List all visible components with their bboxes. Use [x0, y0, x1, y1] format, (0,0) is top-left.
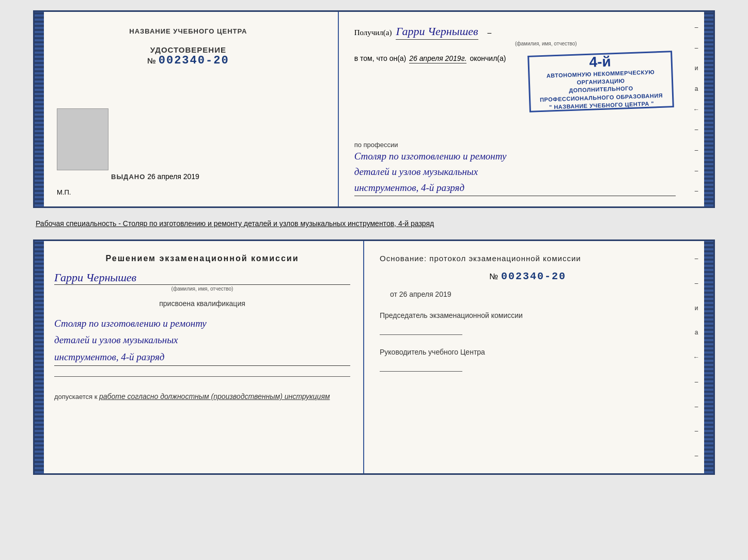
- caption-text: Рабочая специальность - Столяр по изгото…: [36, 218, 712, 229]
- osnov-label: Основание: протокол экзаменационной коми…: [380, 254, 676, 263]
- допускается-value: работе согласно должностным (производств…: [99, 392, 330, 401]
- date-prefix: в том, что он(а): [354, 54, 407, 62]
- person-name-value: Гарри Чернышев: [54, 271, 350, 285]
- qual-line1: Столяр по изготовлению и ремонту: [54, 315, 350, 332]
- number-prefix: №: [489, 272, 498, 281]
- left-spine-decoration: [35, 12, 44, 206]
- top-certificate: НАЗВАНИЕ УЧЕБНОГО ЦЕНТРА УДОСТОВЕРЕНИЕ №…: [33, 10, 715, 208]
- qual-line3: инструментов, 4-й разряд: [54, 349, 350, 365]
- director-label: Руководитель учебного Центра: [380, 348, 676, 356]
- cert-number-prefix: №: [147, 56, 157, 65]
- qual-line2: деталей и узлов музыкальных: [54, 332, 350, 348]
- protocol-date-value: 26 апреля 2019: [399, 290, 451, 298]
- cert-number: 002340-20: [159, 54, 229, 67]
- date-suffix: окончил(а): [470, 54, 506, 62]
- director-block: Руководитель учебного Центра: [380, 348, 676, 372]
- chairman-block: Председатель экзаменационной комиссии: [380, 311, 676, 335]
- right-dashes-column: – – и а ← – – – –: [689, 12, 704, 206]
- recipient-prefix: Получил(а): [354, 28, 392, 37]
- top-certificate-wrapper: НАЗВАНИЕ УЧЕБНОГО ЦЕНТРА УДОСТОВЕРЕНИЕ №…: [33, 10, 715, 208]
- issued-date: 26 апреля 2019: [147, 172, 199, 181]
- cert-title: УДОСТОВЕРЕНИЕ: [147, 45, 229, 54]
- protocol-number-block: № 002340-20: [380, 270, 676, 282]
- bottom-certificate-wrapper: Решением экзаменационной комиссии Гарри …: [33, 239, 715, 475]
- date-value: 26 апреля 2019г.: [409, 54, 466, 63]
- recipient-name: Гарри Чернышев: [396, 25, 478, 40]
- recipient-block: Получил(а) Гарри Чернышев – (фамилия, им…: [354, 25, 676, 46]
- caption-block: Рабочая специальность - Столяр по изгото…: [33, 214, 715, 233]
- protocol-date-block: от 26 апреля 2019: [390, 290, 676, 298]
- dash-separator: –: [488, 28, 492, 37]
- decision-title: Решением экзаменационной комиссии: [54, 254, 350, 263]
- profession-block: по профессии Столяр по изготовлению и ре…: [354, 138, 676, 196]
- bottom-certificate: Решением экзаменационной комиссии Гарри …: [33, 239, 715, 475]
- person-name-block: Гарри Чернышев (фамилия, имя, отчество): [54, 271, 350, 292]
- profession-line2: деталей и узлов музыкальных: [354, 164, 676, 180]
- date-from-prefix: от: [390, 290, 397, 298]
- top-cert-right-page: Получил(а) Гарри Чернышев – (фамилия, им…: [339, 12, 689, 206]
- separator-line: [54, 376, 350, 377]
- issue-date-block: Выдано 26 апреля 2019: [111, 172, 199, 181]
- issued-label: Выдано: [111, 173, 145, 181]
- top-cert-left-page: НАЗВАНИЕ УЧЕБНОГО ЦЕНТРА УДОСТОВЕРЕНИЕ №…: [44, 12, 339, 206]
- profession-line3: инструментов, 4-й разряд: [354, 180, 676, 196]
- profession-text: Столяр по изготовлению и ремонту деталей…: [354, 149, 676, 196]
- profession-label: по профессии: [354, 141, 676, 149]
- stamp-overlay: 4-й АВТОНОМНУЮ НЕКОММЕРЧЕСКУЮ ОРГАНИЗАЦИ…: [527, 51, 674, 113]
- chairman-label: Председатель экзаменационной комиссии: [380, 311, 676, 319]
- bottom-cert-left-page: Решением экзаменационной комиссии Гарри …: [44, 241, 364, 473]
- mp-label: М.П.: [57, 188, 71, 196]
- profession-line1: Столяр по изготовлению и ремонту: [354, 149, 676, 164]
- допускается-line: допускается к работе согласно должностны…: [54, 392, 350, 401]
- qualification-label: присвоена квалификация: [54, 299, 350, 308]
- document-container: НАЗВАНИЕ УЧЕБНОГО ЦЕНТРА УДОСТОВЕРЕНИЕ №…: [33, 10, 715, 475]
- допускается-prefix: допускается к: [54, 393, 97, 401]
- right-spine-decoration: [704, 12, 713, 206]
- photo-placeholder: [57, 108, 108, 170]
- recipient-name-sub: (фамилия, имя, отчество): [416, 41, 676, 46]
- bottom-right-dashes-column: – – и а ← – – – –: [689, 241, 704, 473]
- org-name-header: НАЗВАНИЕ УЧЕБНОГО ЦЕНТРА: [129, 27, 247, 35]
- bottom-right-spine: [704, 241, 713, 473]
- protocol-number: 002340-20: [501, 270, 566, 282]
- bottom-left-spine: [35, 241, 44, 473]
- chairman-sig-line: [380, 334, 462, 335]
- stamp-grade: 4-й: [589, 53, 611, 70]
- director-sig-line: [380, 371, 462, 372]
- bottom-cert-right-page: Основание: протокол экзаменационной коми…: [364, 241, 689, 473]
- qualification-text: Столяр по изготовлению и ремонту деталей…: [54, 315, 350, 366]
- cert-number-block: УДОСТОВЕРЕНИЕ № 002340-20: [147, 45, 229, 67]
- person-name-sub: (фамилия, имя, отчество): [54, 286, 350, 292]
